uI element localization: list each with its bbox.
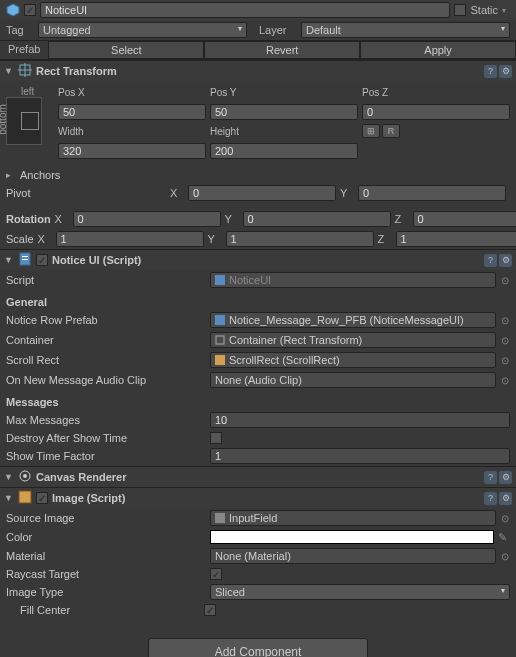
- material-field[interactable]: None (Material): [210, 548, 496, 564]
- component-title: Image (Script): [52, 492, 480, 504]
- height-input[interactable]: [210, 143, 358, 159]
- posz-input[interactable]: [362, 104, 510, 120]
- svg-marker-0: [7, 4, 19, 16]
- static-dropdown-icon[interactable]: ▾: [502, 6, 510, 15]
- scroll-rect-field[interactable]: ScrollRect (ScrollRect): [210, 352, 496, 368]
- scale-x-input[interactable]: [56, 231, 204, 247]
- layer-label: Layer: [259, 24, 297, 36]
- script-label: Script: [6, 274, 206, 286]
- rotation-y-input[interactable]: [243, 211, 391, 227]
- width-input[interactable]: [58, 143, 206, 159]
- foldout-icon[interactable]: ▼: [4, 493, 14, 503]
- row-prefab-field[interactable]: Notice_Message_Row_PFB (NoticeMessageUI): [210, 312, 496, 328]
- active-checkbox[interactable]: [24, 4, 36, 16]
- gameobject-name-input[interactable]: [40, 2, 450, 18]
- prefab-label: Prefab: [0, 41, 48, 59]
- canvas-renderer-icon: [18, 469, 32, 485]
- gameobject-icon: [6, 3, 20, 17]
- add-component-button[interactable]: Add Component: [148, 638, 368, 657]
- gear-icon[interactable]: ⚙: [499, 65, 512, 78]
- show-time-label: Show Time Factor: [6, 450, 206, 462]
- posz-label: Pos Z: [362, 85, 510, 100]
- object-picker-icon[interactable]: ⊙: [500, 315, 510, 326]
- image-type-dropdown[interactable]: Sliced: [210, 584, 510, 600]
- gear-icon[interactable]: ⚙: [499, 492, 512, 505]
- static-label: Static: [470, 4, 498, 16]
- rotation-z-input[interactable]: [413, 211, 516, 227]
- svg-rect-6: [22, 259, 28, 260]
- pivot-x-input[interactable]: [188, 185, 336, 201]
- foldout-icon[interactable]: ▼: [4, 66, 14, 76]
- tag-dropdown[interactable]: Untagged: [38, 22, 247, 38]
- width-label: Width: [58, 124, 206, 139]
- object-picker-icon[interactable]: ⊙: [500, 275, 510, 286]
- anchors-foldout-icon[interactable]: ▸: [6, 170, 16, 180]
- foldout-icon[interactable]: ▼: [4, 255, 14, 265]
- source-image-label: Source Image: [6, 512, 206, 524]
- scale-y-input[interactable]: [226, 231, 374, 247]
- gear-icon[interactable]: ⚙: [499, 471, 512, 484]
- fill-center-label: Fill Center: [20, 604, 200, 616]
- layer-dropdown[interactable]: Default: [301, 22, 510, 38]
- blueprint-mode-button[interactable]: ⊞: [362, 124, 380, 138]
- object-picker-icon[interactable]: ⊙: [500, 375, 510, 386]
- rotation-x-input[interactable]: [73, 211, 221, 227]
- fill-center-checkbox[interactable]: [204, 604, 216, 616]
- posx-input[interactable]: [58, 104, 206, 120]
- posx-label: Pos X: [58, 85, 206, 100]
- gear-icon[interactable]: ⚙: [499, 254, 512, 267]
- svg-rect-8: [215, 315, 225, 325]
- pivot-y-input[interactable]: [358, 185, 506, 201]
- image-icon: [18, 490, 32, 506]
- object-picker-icon[interactable]: ⊙: [500, 513, 510, 524]
- svg-rect-7: [215, 275, 225, 285]
- color-field[interactable]: [210, 530, 494, 544]
- object-picker-icon[interactable]: ⊙: [500, 335, 510, 346]
- prefab-apply-button[interactable]: Apply: [360, 41, 516, 59]
- rotation-label: Rotation: [6, 213, 51, 225]
- scroll-rect-label: Scroll Rect: [6, 354, 206, 366]
- foldout-icon[interactable]: ▼: [4, 472, 14, 482]
- raw-edit-button[interactable]: R: [382, 124, 400, 138]
- row-prefab-label: Notice Row Prefab: [6, 314, 206, 326]
- svg-point-12: [23, 474, 27, 478]
- help-icon[interactable]: ?: [484, 471, 497, 484]
- max-messages-input[interactable]: [210, 412, 510, 428]
- general-heading: General: [0, 290, 516, 310]
- container-field[interactable]: Container (Rect Transform): [210, 332, 496, 348]
- prefab-revert-button[interactable]: Revert: [204, 41, 360, 59]
- anchor-preset-button[interactable]: left bottom: [6, 97, 42, 145]
- posy-label: Pos Y: [210, 85, 358, 100]
- image-type-label: Image Type: [6, 586, 206, 598]
- object-picker-icon[interactable]: ⊙: [500, 355, 510, 366]
- height-label: Height: [210, 124, 358, 139]
- svg-rect-5: [22, 256, 28, 257]
- help-icon[interactable]: ?: [484, 254, 497, 267]
- show-time-input[interactable]: [210, 448, 510, 464]
- audio-clip-label: On New Message Audio Clip: [6, 374, 206, 386]
- max-messages-label: Max Messages: [6, 414, 206, 426]
- script-field: NoticeUI: [210, 272, 496, 288]
- prefab-select-button[interactable]: Select: [48, 41, 204, 59]
- script-icon: [18, 252, 32, 268]
- posy-input[interactable]: [210, 104, 358, 120]
- help-icon[interactable]: ?: [484, 492, 497, 505]
- object-picker-icon[interactable]: ⊙: [500, 551, 510, 562]
- component-title: Rect Transform: [36, 65, 480, 77]
- static-checkbox[interactable]: [454, 4, 466, 16]
- tag-label: Tag: [6, 24, 34, 36]
- component-enabled-checkbox[interactable]: [36, 492, 48, 504]
- destroy-after-label: Destroy After Show Time: [6, 432, 206, 444]
- audio-clip-field[interactable]: None (Audio Clip): [210, 372, 496, 388]
- component-title: Notice UI (Script): [52, 254, 480, 266]
- component-enabled-checkbox[interactable]: [36, 254, 48, 266]
- scale-z-input[interactable]: [396, 231, 516, 247]
- pivot-label: Pivot: [6, 187, 166, 199]
- eyedropper-icon[interactable]: ✎: [498, 531, 510, 544]
- source-image-field[interactable]: InputField: [210, 510, 496, 526]
- rect-transform-icon: [18, 63, 32, 79]
- destroy-after-checkbox[interactable]: [210, 432, 222, 444]
- raycast-target-checkbox[interactable]: [210, 568, 222, 580]
- svg-rect-13: [19, 491, 31, 503]
- help-icon[interactable]: ?: [484, 65, 497, 78]
